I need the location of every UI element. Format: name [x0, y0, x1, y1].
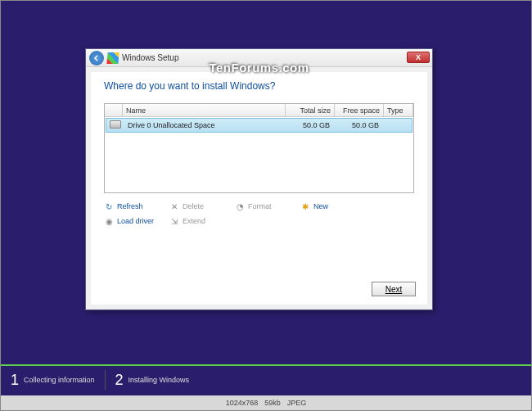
close-button[interactable]: X [407, 52, 430, 63]
disk-row-selected[interactable]: Drive 0 Unallocated Space 50.0 GB 50.0 G… [106, 118, 413, 133]
disk-actions: ↻ Refresh ✕ Delete ◔ Format ✱ New ◉ Load… [104, 201, 414, 226]
new-link[interactable]: ✱ New [300, 201, 366, 211]
content-pane: TenForums.com Where do you want to insta… [91, 72, 427, 305]
refresh-link[interactable]: ↻ Refresh [104, 201, 169, 211]
windows-flag-icon [106, 52, 119, 64]
load-driver-icon: ◉ [104, 216, 114, 226]
refresh-label: Refresh [117, 202, 143, 210]
new-label: New [313, 202, 328, 210]
step-1-label: Collecting information [24, 376, 95, 384]
next-button[interactable]: Next [372, 282, 416, 296]
back-button[interactable] [89, 51, 104, 65]
new-icon: ✱ [300, 201, 310, 211]
format-link[interactable]: ◔ Format [235, 201, 300, 211]
extend-icon: ⇲ [169, 216, 179, 226]
meta-format: JPEG [287, 399, 307, 407]
delete-icon: ✕ [169, 201, 179, 211]
format-label: Format [248, 202, 272, 210]
step-2-number: 2 [115, 372, 124, 389]
page-heading: Where do you want to install Windows? [104, 80, 414, 92]
col-total[interactable]: Total size [286, 104, 335, 116]
col-free[interactable]: Free space [335, 104, 384, 116]
load-label: Load driver [117, 217, 154, 225]
step-2-label: Installing Windows [128, 376, 190, 384]
setup-window: Windows Setup X TenForums.com Where do y… [85, 48, 433, 310]
meta-dims: 1024x768 [226, 399, 259, 407]
row-free: 50.0 GB [333, 121, 382, 129]
meta-size: 59kb [264, 399, 281, 407]
progress-steps: 1 Collecting information 2 Installing Wi… [1, 364, 531, 394]
drive-icon [110, 120, 121, 129]
disk-list: Name Total size Free space Type Drive 0 … [104, 103, 414, 193]
row-total: 50.0 GB [284, 121, 333, 129]
load-driver-link[interactable]: ◉ Load driver [104, 216, 169, 226]
row-name: Drive 0 Unallocated Space [124, 121, 284, 129]
col-name[interactable]: Name [123, 104, 286, 116]
step-2: 2 Installing Windows [106, 372, 200, 389]
extend-label: Extend [183, 217, 205, 225]
refresh-icon: ↻ [104, 201, 114, 211]
col-type[interactable]: Type [384, 104, 413, 116]
image-meta-bar: 1024x768 59kb JPEG [1, 395, 531, 410]
delete-link[interactable]: ✕ Delete [169, 201, 235, 211]
window-title: Windows Setup [122, 53, 178, 62]
watermark-text: TenForums.com [209, 61, 309, 75]
format-icon: ◔ [235, 201, 245, 211]
disk-list-header: Name Total size Free space Type [105, 104, 413, 117]
extend-link[interactable]: ⇲ Extend [169, 216, 235, 226]
step-1: 1 Collecting information [1, 372, 105, 389]
delete-label: Delete [183, 202, 204, 210]
step-1-number: 1 [11, 372, 19, 389]
